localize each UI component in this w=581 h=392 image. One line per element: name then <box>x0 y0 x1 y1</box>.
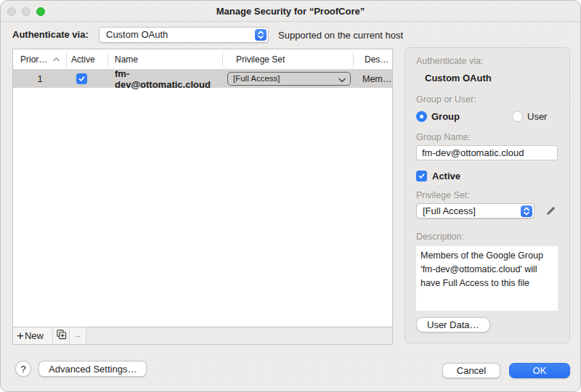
delete-account-button[interactable]: − <box>70 327 86 344</box>
chevron-down-icon <box>338 75 346 84</box>
account-detail-panel: Authenticate via: Custom OAuth Group or … <box>405 47 570 343</box>
privilege-stepper-icon <box>521 205 532 217</box>
window-title: Manage Security for “ProofCore” <box>1 1 580 22</box>
table-row[interactable]: 1 fm-dev@ottomatic.cloud [Full Access] M… <box>13 70 392 88</box>
edit-privilege-set-button[interactable] <box>545 205 557 217</box>
new-button-label: New <box>25 330 44 341</box>
user-data-button[interactable]: User Data… <box>416 317 490 332</box>
group-name-input[interactable] <box>416 145 558 160</box>
row-privilege-cell: [Full Access] <box>223 72 354 86</box>
row-priority: 1 <box>13 73 67 84</box>
user-radio-label: User <box>527 111 547 122</box>
row-name: fm-dev@ottomatic.cloud <box>108 68 223 90</box>
column-header-active[interactable]: Active <box>67 52 108 67</box>
stepper-icon <box>255 29 267 41</box>
ok-button[interactable]: OK <box>509 363 570 378</box>
user-radio[interactable] <box>512 111 523 122</box>
authenticate-via-value: Custom OAuth <box>106 28 168 42</box>
plus-icon: + <box>17 329 24 343</box>
row-privilege-select[interactable]: [Full Access] <box>227 72 351 86</box>
privilege-set-select[interactable]: [Full Access] <box>416 203 535 219</box>
row-description: Mem… <box>354 74 392 84</box>
column-header-priority[interactable]: Prior… <box>13 52 67 67</box>
active-row: Active <box>416 171 558 181</box>
list-toolbar: + New − <box>13 327 392 344</box>
panel-authenticate-label: Authenticate via: <box>416 56 558 66</box>
help-button[interactable]: ? <box>15 361 31 377</box>
column-header-active-label: Active <box>71 52 95 67</box>
group-radio[interactable] <box>416 111 427 122</box>
table-header: Prior… Active Name Privilege Set Des… <box>13 49 392 70</box>
column-header-name-label: Name <box>115 52 138 67</box>
row-privilege-value: [Full Access] <box>233 73 280 85</box>
authenticate-via-select[interactable]: Custom OAuth <box>99 27 269 43</box>
cancel-button[interactable]: Cancel <box>442 363 500 378</box>
sort-ascending-icon <box>53 57 60 62</box>
group-name-label: Group Name: <box>416 132 558 142</box>
new-account-button[interactable]: + New <box>13 327 53 344</box>
group-or-user-label: Group or User: <box>416 94 558 105</box>
accounts-table: Prior… Active Name Privilege Set Des… 1 … <box>12 49 393 345</box>
privilege-set-row: [Full Access] <box>416 203 558 219</box>
toolbar-filler <box>86 327 392 344</box>
panel-active-checkbox[interactable] <box>416 171 427 181</box>
titlebar: Manage Security for “ProofCore” <box>1 1 580 22</box>
authenticate-via-label: Authenticate via: <box>12 29 89 40</box>
row-active-cell <box>67 73 108 84</box>
column-header-description[interactable]: Des… <box>354 52 392 67</box>
host-support-note: Supported on the current host <box>278 30 403 41</box>
authenticate-bar: Authenticate via: Custom OAuth Supported… <box>1 23 580 47</box>
panel-active-label: Active <box>432 171 460 181</box>
zoom-icon[interactable] <box>36 7 45 16</box>
manage-security-dialog: Manage Security for “ProofCore” Authenti… <box>0 0 581 392</box>
privilege-set-value: [Full Access] <box>423 204 476 218</box>
panel-authenticate-value: Custom OAuth <box>425 73 558 83</box>
column-header-description-label: Des… <box>365 52 389 67</box>
column-header-priority-label: Prior… <box>20 52 47 67</box>
advanced-settings-button[interactable]: Advanced Settings… <box>38 361 147 377</box>
minimize-icon[interactable] <box>22 7 31 16</box>
column-header-name[interactable]: Name <box>108 52 223 67</box>
active-checkbox[interactable] <box>76 73 87 84</box>
column-header-privilege-set[interactable]: Privilege Set <box>223 52 354 67</box>
traffic-lights <box>7 7 45 16</box>
privilege-set-label: Privilege Set: <box>416 190 558 200</box>
radio-dot <box>420 115 423 118</box>
group-or-user-radios: Group User <box>416 111 558 122</box>
close-icon[interactable] <box>7 7 16 16</box>
duplicate-icon <box>56 329 67 343</box>
duplicate-account-button[interactable] <box>53 327 70 344</box>
description-textarea[interactable]: Members of the Google Group 'fm-dev@otto… <box>416 246 558 311</box>
column-header-privilege-set-label: Privilege Set <box>236 52 285 67</box>
group-radio-label: Group <box>431 111 460 122</box>
description-label: Description: <box>416 232 558 242</box>
minus-icon: − <box>75 330 81 342</box>
